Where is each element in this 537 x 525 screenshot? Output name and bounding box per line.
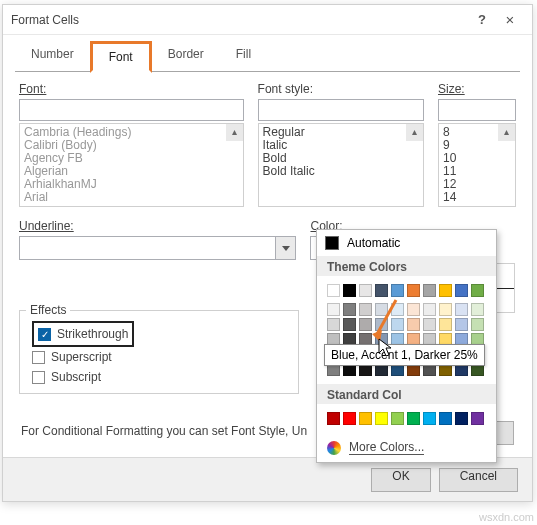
color-swatch[interactable] — [391, 412, 404, 425]
button-bar: OK Cancel — [3, 457, 532, 501]
color-swatch[interactable] — [471, 318, 484, 331]
color-swatch[interactable] — [343, 412, 356, 425]
color-swatch[interactable] — [455, 318, 468, 331]
auto-swatch — [325, 236, 339, 250]
strikethrough-checkbox[interactable]: ✓ Strikethrough — [32, 321, 134, 347]
help-icon[interactable]: ? — [468, 12, 496, 27]
color-swatch[interactable] — [407, 284, 420, 297]
more-colors-option[interactable]: More Colors... — [317, 433, 496, 462]
automatic-label: Automatic — [347, 236, 400, 250]
effects-group: Effects ✓ Strikethrough Superscript Subs… — [19, 310, 299, 394]
color-swatch[interactable] — [327, 318, 340, 331]
color-swatch[interactable] — [471, 412, 484, 425]
close-icon[interactable]: × — [496, 11, 524, 28]
checkbox-label: Subscript — [51, 370, 101, 384]
color-swatch[interactable] — [327, 284, 340, 297]
standard-colors-grid — [317, 404, 496, 433]
list-item[interactable]: ArhialkhanMJ — [24, 178, 239, 191]
mouse-cursor-icon — [378, 338, 396, 358]
color-swatch[interactable] — [439, 412, 452, 425]
automatic-option[interactable]: Automatic — [317, 230, 496, 256]
color-swatch[interactable] — [471, 303, 484, 316]
color-wheel-icon — [327, 441, 341, 455]
color-swatch[interactable] — [407, 412, 420, 425]
subscript-checkbox[interactable]: Subscript — [32, 367, 286, 387]
watermark: wsxdn.com — [479, 511, 534, 523]
color-swatch[interactable] — [455, 412, 468, 425]
superscript-checkbox[interactable]: Superscript — [32, 347, 286, 367]
ok-button[interactable]: OK — [371, 468, 430, 492]
list-item[interactable]: Bold Italic — [263, 165, 419, 178]
svg-line-0 — [376, 300, 396, 336]
theme-colors-header: Theme Colors — [317, 256, 496, 276]
more-colors-label: More Colors... — [349, 440, 424, 455]
color-swatch[interactable] — [359, 412, 372, 425]
color-swatch[interactable] — [439, 318, 452, 331]
tab-fill[interactable]: Fill — [220, 41, 267, 71]
color-swatch[interactable] — [439, 303, 452, 316]
underline-label: Underline: — [19, 219, 296, 233]
color-swatch[interactable] — [439, 284, 452, 297]
color-swatch[interactable] — [423, 303, 436, 316]
color-swatch[interactable] — [375, 412, 388, 425]
color-swatch[interactable] — [455, 284, 468, 297]
tab-strip: Number Font Border Fill — [15, 41, 520, 72]
color-swatch[interactable] — [407, 318, 420, 331]
color-swatch[interactable] — [327, 303, 340, 316]
tab-number[interactable]: Number — [15, 41, 90, 71]
font-list[interactable]: ▴ Cambria (Headings) Calibri (Body) Agen… — [19, 123, 244, 207]
list-item[interactable]: 14 — [443, 191, 511, 204]
checkbox-label: Strikethrough — [57, 327, 128, 341]
font-style-input[interactable] — [258, 99, 424, 121]
color-swatch[interactable] — [455, 303, 468, 316]
cancel-button[interactable]: Cancel — [439, 468, 518, 492]
scroll-up-icon[interactable]: ▴ — [226, 124, 243, 141]
checkbox-icon — [32, 351, 45, 364]
scroll-up-icon[interactable]: ▴ — [406, 124, 423, 141]
font-style-label: Font style: — [258, 82, 424, 96]
font-input[interactable] — [19, 99, 244, 121]
list-item[interactable]: Arial — [24, 191, 239, 204]
tab-font[interactable]: Font — [90, 41, 152, 73]
chevron-down-icon[interactable] — [275, 237, 295, 259]
color-swatch[interactable] — [343, 284, 356, 297]
color-swatch[interactable] — [343, 303, 356, 316]
checkbox-icon: ✓ — [38, 328, 51, 341]
font-style-list[interactable]: ▴ Regular Italic Bold Bold Italic — [258, 123, 424, 207]
color-swatch[interactable] — [423, 318, 436, 331]
size-input[interactable] — [438, 99, 516, 121]
content-area: Font: ▴ Cambria (Headings) Calibri (Body… — [3, 72, 532, 217]
underline-value — [20, 237, 275, 259]
color-swatch[interactable] — [423, 412, 436, 425]
color-swatch[interactable] — [343, 318, 356, 331]
standard-colors-header: Standard Col — [317, 384, 496, 404]
titlebar: Format Cells ? × — [3, 5, 532, 35]
size-label: Size: — [438, 82, 516, 96]
size-list[interactable]: ▴ 8 9 10 11 12 14 — [438, 123, 516, 207]
underline-combo[interactable] — [19, 236, 296, 260]
theme-colors-grid — [317, 276, 496, 384]
color-swatch[interactable] — [407, 303, 420, 316]
dialog-title: Format Cells — [11, 13, 468, 27]
scroll-up-icon[interactable]: ▴ — [498, 124, 515, 141]
checkbox-label: Superscript — [51, 350, 112, 364]
font-label: Font: — [19, 82, 244, 96]
effects-title: Effects — [26, 303, 70, 317]
color-swatch[interactable] — [471, 284, 484, 297]
tab-border[interactable]: Border — [152, 41, 220, 71]
checkbox-icon — [32, 371, 45, 384]
color-swatch[interactable] — [327, 412, 340, 425]
color-swatch[interactable] — [423, 284, 436, 297]
